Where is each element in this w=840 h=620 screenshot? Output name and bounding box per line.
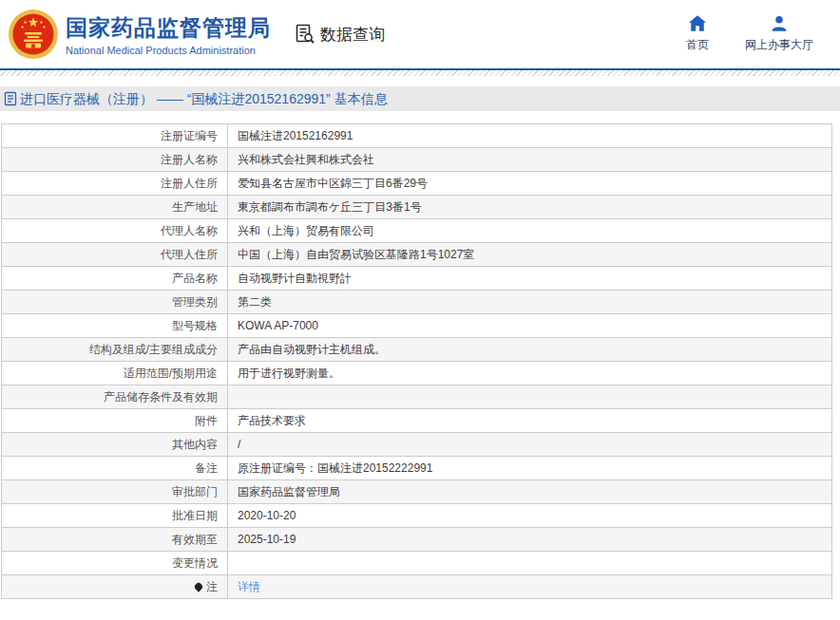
home-icon (689, 15, 706, 31)
row-value: 2020-10-20 (228, 504, 832, 528)
row-value: 東京都調布市調布ケ丘三丁目3番1号 (228, 196, 832, 219)
info-table: 注册证编号 国械注进20152162991 注册人名称 兴和株式会社興和株式会社… (1, 123, 832, 599)
row-value: 产品技术要求 (228, 409, 832, 433)
table-row: 注 详情 (2, 575, 832, 599)
row-value: 爱知县名古屋市中区錦三丁目6番29号 (228, 172, 832, 196)
top-nav: 首页 网上办事大厅 (686, 15, 813, 53)
table-row: 备注 原注册证编号：国械注进20152222991 (2, 457, 832, 480)
data-query-label: 数据查询 (320, 24, 385, 46)
table-row: 注册人住所 爱知县名古屋市中区錦三丁目6番29号 (2, 172, 832, 196)
row-label: 产品名称 (2, 267, 228, 291)
table-row: 其他内容 / (2, 433, 832, 457)
table-row: 批准日期 2020-10-20 (2, 504, 832, 528)
row-label: 代理人住所 (2, 243, 228, 267)
table-row: 变更情况 (2, 552, 832, 575)
row-label: 备注 (2, 457, 228, 480)
table-row: 有效期至 2025-10-19 (2, 528, 832, 552)
row-label: 结构及组成/主要组成成分 (2, 338, 228, 362)
info-table-body: 注册证编号 国械注进20152162991 注册人名称 兴和株式会社興和株式会社… (2, 124, 832, 599)
site-title: 国家药品监督管理局 (66, 13, 271, 43)
row-label: 注 (2, 575, 228, 599)
table-row: 代理人住所 中国（上海）自由贸易试验区基隆路1号1027室 (2, 243, 832, 267)
row-label: 注册人住所 (2, 172, 228, 196)
row-value: 第二类 (228, 291, 832, 314)
row-label: 批准日期 (2, 504, 228, 528)
row-label: 代理人名称 (2, 219, 228, 243)
nav-service-hall-label: 网上办事大厅 (745, 37, 813, 53)
row-label: 注册证编号 (2, 124, 228, 148)
row-value: 2025-10-19 (228, 528, 832, 552)
row-label: 变更情况 (2, 552, 228, 575)
row-label: 型号规格 (2, 314, 228, 338)
brand[interactable]: 国家药品监督管理局 National Medical Products Admi… (8, 9, 271, 60)
row-value: 兴和株式会社興和株式会社 (228, 148, 832, 172)
pin-icon (193, 582, 203, 592)
row-label: 产品储存条件及有效期 (2, 385, 228, 409)
nav-home-label: 首页 (686, 37, 709, 53)
row-value: 用于进行视野测量。 (228, 362, 832, 385)
breadcrumb-text: 进口医疗器械（注册） —— “国械注进20152162991” 基本信息 (20, 86, 388, 111)
row-value (228, 385, 832, 409)
row-label: 生产地址 (2, 196, 228, 219)
row-label: 其他内容 (2, 433, 228, 457)
row-label: 审批部门 (2, 480, 228, 504)
row-value: 兴和（上海）贸易有限公司 (228, 219, 832, 243)
document-icon (4, 91, 17, 106)
row-value (228, 552, 832, 575)
table-row: 注册证编号 国械注进20152162991 (2, 124, 832, 148)
table-row: 适用范围/预期用途 用于进行视野测量。 (2, 362, 832, 385)
row-value: 原注册证编号：国械注进20152222991 (228, 457, 832, 480)
nav-service-hall[interactable]: 网上办事大厅 (745, 15, 813, 53)
row-value: KOWA AP-7000 (228, 314, 832, 338)
user-icon (771, 15, 788, 31)
table-row: 代理人名称 兴和（上海）贸易有限公司 (2, 219, 832, 243)
header-stripe-divider (0, 70, 840, 76)
table-row: 注册人名称 兴和株式会社興和株式会社 (2, 148, 832, 172)
detail-link[interactable]: 详情 (238, 580, 260, 593)
breadcrumb: 进口医疗器械（注册） —— “国械注进20152162991” 基本信息 (0, 86, 840, 111)
row-value: 国械注进20152162991 (228, 124, 832, 148)
document-search-icon (294, 23, 316, 46)
row-label: 适用范围/预期用途 (2, 362, 228, 385)
table-row: 结构及组成/主要组成成分 产品由自动视野计主机组成。 (2, 338, 832, 362)
site-header: 国家药品监督管理局 National Medical Products Admi… (0, 0, 840, 70)
table-row: 型号规格 KOWA AP-7000 (2, 314, 832, 338)
row-label: 有效期至 (2, 528, 228, 552)
table-row: 管理类别 第二类 (2, 291, 832, 314)
row-value: 产品由自动视野计主机组成。 (228, 338, 832, 362)
row-label: 注册人名称 (2, 148, 228, 172)
table-row: 生产地址 東京都調布市調布ケ丘三丁目3番1号 (2, 196, 832, 219)
row-value: 中国（上海）自由贸易试验区基隆路1号1027室 (228, 243, 832, 267)
nav-home[interactable]: 首页 (686, 15, 709, 53)
row-value: 国家药品监督管理局 (228, 480, 832, 504)
table-row: 产品名称 自动视野计自動視野計 (2, 267, 832, 291)
table-row: 附件 产品技术要求 (2, 409, 832, 433)
national-emblem-logo (8, 9, 59, 60)
row-value: 自动视野计自動視野計 (228, 267, 832, 291)
site-subtitle: National Medical Products Administration (66, 45, 271, 56)
table-row: 审批部门 国家药品监督管理局 (2, 480, 832, 504)
row-label: 附件 (2, 409, 228, 433)
row-value: / (228, 433, 832, 457)
row-value: 详情 (228, 575, 832, 599)
table-row: 产品储存条件及有效期 (2, 385, 832, 409)
data-query-nav[interactable]: 数据查询 (294, 23, 385, 46)
row-label: 管理类别 (2, 291, 228, 314)
